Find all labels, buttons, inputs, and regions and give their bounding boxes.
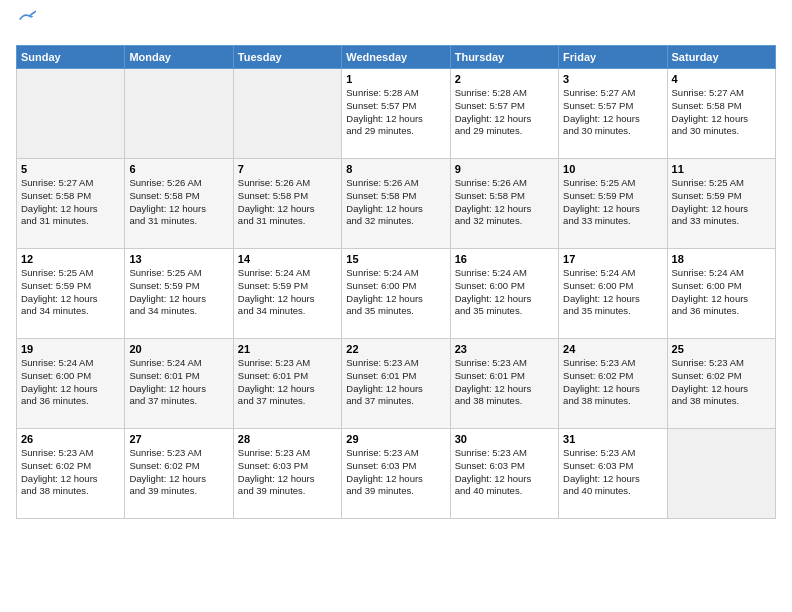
day-number: 27 xyxy=(129,433,228,445)
day-number: 15 xyxy=(346,253,445,265)
day-cell: 20Sunrise: 5:24 AM Sunset: 6:01 PM Dayli… xyxy=(125,338,233,428)
day-cell xyxy=(17,68,125,158)
day-cell: 24Sunrise: 5:23 AM Sunset: 6:02 PM Dayli… xyxy=(559,338,667,428)
day-cell xyxy=(667,428,775,518)
day-number: 4 xyxy=(672,73,771,85)
day-info: Sunrise: 5:23 AM Sunset: 6:01 PM Dayligh… xyxy=(238,357,337,408)
day-info: Sunrise: 5:24 AM Sunset: 6:01 PM Dayligh… xyxy=(129,357,228,408)
day-number: 24 xyxy=(563,343,662,355)
day-number: 18 xyxy=(672,253,771,265)
day-cell: 27Sunrise: 5:23 AM Sunset: 6:02 PM Dayli… xyxy=(125,428,233,518)
day-info: Sunrise: 5:23 AM Sunset: 6:03 PM Dayligh… xyxy=(346,447,445,498)
day-number: 16 xyxy=(455,253,554,265)
day-number: 17 xyxy=(563,253,662,265)
day-info: Sunrise: 5:27 AM Sunset: 5:58 PM Dayligh… xyxy=(672,87,771,138)
header-cell-friday: Friday xyxy=(559,45,667,68)
day-info: Sunrise: 5:27 AM Sunset: 5:57 PM Dayligh… xyxy=(563,87,662,138)
day-cell xyxy=(125,68,233,158)
day-cell: 10Sunrise: 5:25 AM Sunset: 5:59 PM Dayli… xyxy=(559,158,667,248)
day-info: Sunrise: 5:26 AM Sunset: 5:58 PM Dayligh… xyxy=(238,177,337,228)
day-cell: 15Sunrise: 5:24 AM Sunset: 6:00 PM Dayli… xyxy=(342,248,450,338)
day-number: 19 xyxy=(21,343,120,355)
header-cell-monday: Monday xyxy=(125,45,233,68)
day-cell: 5Sunrise: 5:27 AM Sunset: 5:58 PM Daylig… xyxy=(17,158,125,248)
day-cell: 21Sunrise: 5:23 AM Sunset: 6:01 PM Dayli… xyxy=(233,338,341,428)
day-info: Sunrise: 5:23 AM Sunset: 6:03 PM Dayligh… xyxy=(563,447,662,498)
day-number: 20 xyxy=(129,343,228,355)
logo-bird-icon xyxy=(18,10,36,24)
day-cell: 14Sunrise: 5:24 AM Sunset: 5:59 PM Dayli… xyxy=(233,248,341,338)
day-info: Sunrise: 5:23 AM Sunset: 6:03 PM Dayligh… xyxy=(238,447,337,498)
day-cell: 19Sunrise: 5:24 AM Sunset: 6:00 PM Dayli… xyxy=(17,338,125,428)
day-number: 1 xyxy=(346,73,445,85)
day-info: Sunrise: 5:26 AM Sunset: 5:58 PM Dayligh… xyxy=(346,177,445,228)
day-number: 21 xyxy=(238,343,337,355)
header-row: SundayMondayTuesdayWednesdayThursdayFrid… xyxy=(17,45,776,68)
day-cell: 8Sunrise: 5:26 AM Sunset: 5:58 PM Daylig… xyxy=(342,158,450,248)
header-cell-sunday: Sunday xyxy=(17,45,125,68)
day-cell: 22Sunrise: 5:23 AM Sunset: 6:01 PM Dayli… xyxy=(342,338,450,428)
day-number: 3 xyxy=(563,73,662,85)
week-row-1: 1Sunrise: 5:28 AM Sunset: 5:57 PM Daylig… xyxy=(17,68,776,158)
calendar-header: SundayMondayTuesdayWednesdayThursdayFrid… xyxy=(17,45,776,68)
day-number: 7 xyxy=(238,163,337,175)
week-row-5: 26Sunrise: 5:23 AM Sunset: 6:02 PM Dayli… xyxy=(17,428,776,518)
day-number: 23 xyxy=(455,343,554,355)
day-cell: 31Sunrise: 5:23 AM Sunset: 6:03 PM Dayli… xyxy=(559,428,667,518)
day-info: Sunrise: 5:25 AM Sunset: 5:59 PM Dayligh… xyxy=(129,267,228,318)
day-number: 2 xyxy=(455,73,554,85)
day-cell: 13Sunrise: 5:25 AM Sunset: 5:59 PM Dayli… xyxy=(125,248,233,338)
day-info: Sunrise: 5:23 AM Sunset: 6:03 PM Dayligh… xyxy=(455,447,554,498)
day-number: 10 xyxy=(563,163,662,175)
week-row-2: 5Sunrise: 5:27 AM Sunset: 5:58 PM Daylig… xyxy=(17,158,776,248)
day-cell: 7Sunrise: 5:26 AM Sunset: 5:58 PM Daylig… xyxy=(233,158,341,248)
day-cell: 2Sunrise: 5:28 AM Sunset: 5:57 PM Daylig… xyxy=(450,68,558,158)
day-info: Sunrise: 5:24 AM Sunset: 5:59 PM Dayligh… xyxy=(238,267,337,318)
day-info: Sunrise: 5:26 AM Sunset: 5:58 PM Dayligh… xyxy=(129,177,228,228)
day-number: 14 xyxy=(238,253,337,265)
day-number: 25 xyxy=(672,343,771,355)
day-cell: 1Sunrise: 5:28 AM Sunset: 5:57 PM Daylig… xyxy=(342,68,450,158)
day-number: 8 xyxy=(346,163,445,175)
day-cell: 6Sunrise: 5:26 AM Sunset: 5:58 PM Daylig… xyxy=(125,158,233,248)
day-cell: 25Sunrise: 5:23 AM Sunset: 6:02 PM Dayli… xyxy=(667,338,775,428)
day-number: 26 xyxy=(21,433,120,445)
day-cell: 26Sunrise: 5:23 AM Sunset: 6:02 PM Dayli… xyxy=(17,428,125,518)
day-number: 6 xyxy=(129,163,228,175)
day-info: Sunrise: 5:24 AM Sunset: 6:00 PM Dayligh… xyxy=(346,267,445,318)
day-info: Sunrise: 5:23 AM Sunset: 6:02 PM Dayligh… xyxy=(21,447,120,498)
day-info: Sunrise: 5:23 AM Sunset: 6:02 PM Dayligh… xyxy=(129,447,228,498)
day-cell: 30Sunrise: 5:23 AM Sunset: 6:03 PM Dayli… xyxy=(450,428,558,518)
day-cell: 28Sunrise: 5:23 AM Sunset: 6:03 PM Dayli… xyxy=(233,428,341,518)
day-info: Sunrise: 5:24 AM Sunset: 6:00 PM Dayligh… xyxy=(563,267,662,318)
day-number: 28 xyxy=(238,433,337,445)
day-info: Sunrise: 5:28 AM Sunset: 5:57 PM Dayligh… xyxy=(346,87,445,138)
day-cell: 17Sunrise: 5:24 AM Sunset: 6:00 PM Dayli… xyxy=(559,248,667,338)
day-number: 9 xyxy=(455,163,554,175)
day-number: 5 xyxy=(21,163,120,175)
logo xyxy=(16,16,36,37)
day-info: Sunrise: 5:25 AM Sunset: 5:59 PM Dayligh… xyxy=(563,177,662,228)
day-number: 30 xyxy=(455,433,554,445)
day-cell xyxy=(233,68,341,158)
day-cell: 11Sunrise: 5:25 AM Sunset: 5:59 PM Dayli… xyxy=(667,158,775,248)
day-info: Sunrise: 5:26 AM Sunset: 5:58 PM Dayligh… xyxy=(455,177,554,228)
day-number: 22 xyxy=(346,343,445,355)
day-number: 13 xyxy=(129,253,228,265)
header-cell-saturday: Saturday xyxy=(667,45,775,68)
day-cell: 29Sunrise: 5:23 AM Sunset: 6:03 PM Dayli… xyxy=(342,428,450,518)
day-cell: 4Sunrise: 5:27 AM Sunset: 5:58 PM Daylig… xyxy=(667,68,775,158)
calendar-table: SundayMondayTuesdayWednesdayThursdayFrid… xyxy=(16,45,776,519)
day-info: Sunrise: 5:23 AM Sunset: 6:02 PM Dayligh… xyxy=(563,357,662,408)
day-info: Sunrise: 5:25 AM Sunset: 5:59 PM Dayligh… xyxy=(672,177,771,228)
day-cell: 18Sunrise: 5:24 AM Sunset: 6:00 PM Dayli… xyxy=(667,248,775,338)
day-number: 11 xyxy=(672,163,771,175)
day-cell: 3Sunrise: 5:27 AM Sunset: 5:57 PM Daylig… xyxy=(559,68,667,158)
day-number: 31 xyxy=(563,433,662,445)
day-info: Sunrise: 5:24 AM Sunset: 6:00 PM Dayligh… xyxy=(21,357,120,408)
day-number: 29 xyxy=(346,433,445,445)
week-row-4: 19Sunrise: 5:24 AM Sunset: 6:00 PM Dayli… xyxy=(17,338,776,428)
day-cell: 9Sunrise: 5:26 AM Sunset: 5:58 PM Daylig… xyxy=(450,158,558,248)
page-header xyxy=(16,16,776,37)
day-info: Sunrise: 5:25 AM Sunset: 5:59 PM Dayligh… xyxy=(21,267,120,318)
